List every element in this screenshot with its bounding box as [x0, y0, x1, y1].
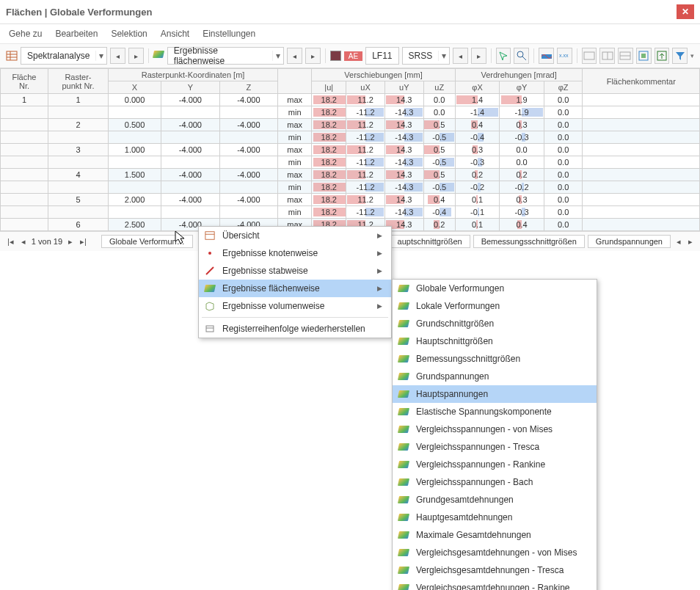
- data-cell[interactable]: 4: [48, 169, 108, 181]
- data-cell[interactable]: 14.3: [384, 94, 423, 106]
- data-cell[interactable]: 18.2: [312, 131, 346, 144]
- tool-find[interactable]: [514, 48, 529, 64]
- results-next[interactable]: ▸: [305, 48, 321, 64]
- data-cell[interactable]: [583, 156, 700, 169]
- lc-prev[interactable]: ◂: [453, 48, 468, 64]
- data-cell[interactable]: min: [278, 106, 312, 119]
- data-cell[interactable]: 11.2: [346, 169, 385, 181]
- data-cell[interactable]: 18.2: [312, 94, 346, 106]
- data-cell[interactable]: 0.2: [423, 219, 455, 231]
- data-cell[interactable]: max: [278, 144, 312, 156]
- data-cell[interactable]: 5: [48, 194, 108, 206]
- data-cell[interactable]: 14.3: [384, 119, 423, 131]
- data-cell[interactable]: 1: [1, 94, 48, 106]
- data-cell[interactable]: -0.4: [423, 206, 455, 219]
- data-cell[interactable]: -0.4: [455, 131, 500, 144]
- data-cell[interactable]: 0.0: [500, 144, 544, 156]
- data-cell[interactable]: min: [278, 181, 312, 194]
- tool-export[interactable]: [655, 48, 670, 64]
- data-cell[interactable]: [48, 131, 108, 144]
- data-cell[interactable]: -4.000: [219, 169, 278, 181]
- data-cell[interactable]: [48, 206, 108, 219]
- col-phy[interactable]: φY: [500, 81, 544, 94]
- col-disp[interactable]: Verschiebungen [mm]: [312, 69, 456, 81]
- data-cell[interactable]: [583, 169, 700, 181]
- data-cell[interactable]: -11.2: [346, 206, 385, 219]
- tool-pick[interactable]: [496, 48, 511, 64]
- data-cell[interactable]: [583, 119, 700, 131]
- data-cell[interactable]: -4.000: [161, 119, 220, 131]
- data-cell[interactable]: 0.0: [544, 94, 583, 106]
- data-cell[interactable]: 3: [48, 144, 108, 156]
- data-cell[interactable]: 0.4: [423, 194, 455, 206]
- filter-dd[interactable]: ▾: [690, 52, 694, 59]
- data-cell[interactable]: -0.3: [500, 206, 544, 219]
- data-cell[interactable]: [219, 206, 278, 219]
- data-cell[interactable]: 6: [48, 219, 108, 231]
- data-cell[interactable]: 0.0: [544, 156, 583, 169]
- col-uz[interactable]: uZ: [423, 81, 455, 94]
- tabs-scroll-right[interactable]: ▸: [687, 237, 694, 247]
- menu-edit[interactable]: Bearbeiten: [55, 29, 98, 39]
- data-cell[interactable]: -0.1: [455, 206, 500, 219]
- tab-grund[interactable]: Grundspannungen: [588, 235, 671, 248]
- data-cell[interactable]: 0.0: [544, 181, 583, 194]
- data-cell[interactable]: [583, 94, 700, 106]
- data-cell[interactable]: [1, 106, 48, 119]
- data-cell[interactable]: 2.000: [108, 194, 161, 206]
- data-cell[interactable]: -0.5: [423, 156, 455, 169]
- col-minmax[interactable]: [278, 69, 312, 94]
- data-cell[interactable]: [108, 106, 161, 119]
- col-surface[interactable]: Fläche Nr.: [1, 69, 48, 94]
- lc-next[interactable]: ▸: [471, 48, 486, 64]
- color-chip[interactable]: [330, 51, 341, 61]
- tool-filter[interactable]: [672, 48, 688, 64]
- data-cell[interactable]: -14.3: [384, 106, 423, 119]
- data-cell[interactable]: 0.4: [500, 219, 544, 231]
- data-cell[interactable]: 0.0: [544, 169, 583, 181]
- ctx-node[interactable]: Ergebnisse knotenweise ▶: [199, 244, 391, 251]
- data-cell[interactable]: [161, 206, 220, 219]
- data-cell[interactable]: 18.2: [312, 169, 346, 181]
- data-cell[interactable]: 0.2: [500, 169, 544, 181]
- data-cell[interactable]: -4.000: [219, 194, 278, 206]
- data-cell[interactable]: 18.2: [312, 194, 346, 206]
- menu-settings[interactable]: Einstellungen: [203, 29, 255, 39]
- data-cell[interactable]: -4.000: [161, 194, 220, 206]
- data-cell[interactable]: 14.3: [384, 194, 423, 206]
- tab-haupt[interactable]: auptschnittgrößen: [390, 235, 470, 248]
- data-cell[interactable]: [219, 181, 278, 194]
- close-button[interactable]: ✕: [677, 4, 694, 19]
- data-cell[interactable]: max: [278, 169, 312, 181]
- data-cell[interactable]: 18.2: [312, 144, 346, 156]
- data-cell[interactable]: 0.0: [544, 119, 583, 131]
- data-cell[interactable]: min: [278, 206, 312, 219]
- mode-next[interactable]: ▸: [128, 48, 144, 64]
- data-cell[interactable]: [219, 106, 278, 119]
- data-cell[interactable]: 0.5: [423, 119, 455, 131]
- data-cell[interactable]: [583, 181, 700, 194]
- data-cell[interactable]: 0.5: [423, 169, 455, 181]
- data-cell[interactable]: [108, 131, 161, 144]
- data-cell[interactable]: [1, 169, 48, 181]
- col-rot[interactable]: Verdrehungen [mrad]: [455, 69, 583, 81]
- data-cell[interactable]: [1, 144, 48, 156]
- data-cell[interactable]: -0.2: [500, 181, 544, 194]
- col-x[interactable]: X: [108, 81, 161, 94]
- data-cell[interactable]: -14.3: [384, 181, 423, 194]
- data-cell[interactable]: 14.3: [384, 144, 423, 156]
- data-cell[interactable]: 11.2: [346, 144, 385, 156]
- data-cell[interactable]: -11.2: [346, 131, 385, 144]
- data-cell[interactable]: -4.000: [161, 169, 220, 181]
- data-cell[interactable]: -1.4: [455, 106, 500, 119]
- tab-current[interactable]: Globale Verformun…: [101, 235, 193, 248]
- menu-goto[interactable]: Gehe zu: [9, 29, 42, 39]
- loadcase-select[interactable]: LF11: [365, 47, 398, 65]
- col-coords[interactable]: Rasterpunkt-Koordinaten [m]: [108, 69, 277, 81]
- data-cell[interactable]: [583, 219, 700, 231]
- data-cell[interactable]: -0.5: [423, 131, 455, 144]
- data-cell[interactable]: 11.2: [346, 194, 385, 206]
- data-cell[interactable]: 0.5: [423, 144, 455, 156]
- data-cell[interactable]: [48, 156, 108, 169]
- col-phz[interactable]: φZ: [544, 81, 583, 94]
